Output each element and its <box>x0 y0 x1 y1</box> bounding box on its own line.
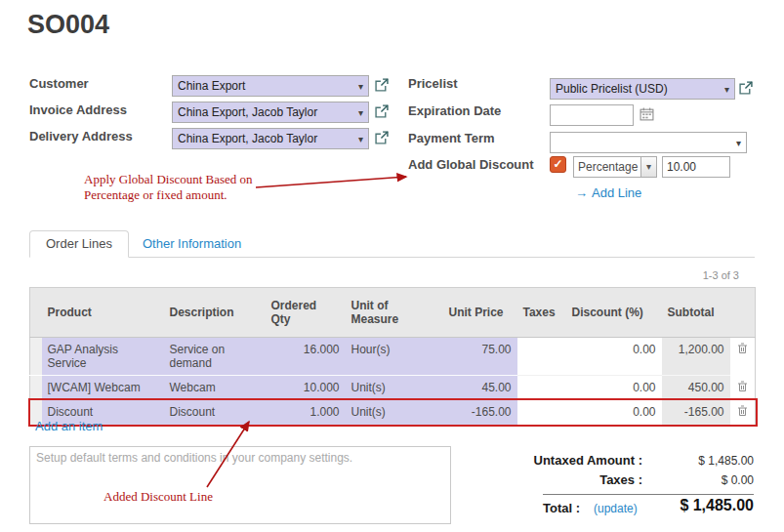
payment-term-label: Payment Term <box>408 131 555 145</box>
total-update-link[interactable]: (update) <box>594 502 638 515</box>
external-link-icon[interactable] <box>739 81 753 95</box>
chevron-down-icon: ▾ <box>640 157 656 177</box>
add-an-item-link[interactable]: Add an item <box>35 419 103 433</box>
terms-textarea[interactable]: Setup default terms and conditions in yo… <box>29 446 451 524</box>
order-lines-table: Product Description Ordered Qty Unit of … <box>29 287 756 426</box>
cell-subtotal: 450.00 <box>662 376 730 400</box>
cell-uom[interactable]: Unit(s) <box>346 400 443 426</box>
delivery-address-select-value: China Export, Jacob Taylor <box>173 132 353 145</box>
expiration-date-input[interactable] <box>550 104 634 126</box>
cell-qty[interactable]: 1.000 <box>266 400 346 426</box>
trash-icon <box>737 405 748 417</box>
cell-product[interactable]: [WCAM] Webcam <box>42 376 164 400</box>
total-label: Total : <box>543 501 580 515</box>
external-link-icon[interactable] <box>375 104 389 118</box>
chevron-down-icon: ▾ <box>353 134 368 144</box>
discount-amount-input[interactable] <box>662 156 730 178</box>
cell-description[interactable]: Webcam <box>164 376 266 400</box>
arrow-to-global-discount <box>256 177 406 187</box>
cell-taxes[interactable] <box>517 338 566 376</box>
col-unit-of-measure: Unit of Measure <box>346 288 443 338</box>
discount-type-value: Percentage <box>574 157 640 177</box>
cell-subtotal: -165.00 <box>662 400 730 426</box>
payment-term-select[interactable]: ▾ <box>550 132 747 153</box>
annotation-line: Percentage or fixed amount. <box>84 187 253 203</box>
customer-label: Customer <box>29 76 176 91</box>
customer-select[interactable]: China Export ▾ <box>172 75 369 97</box>
pricelist-select-value: Public Pricelist (USD) <box>551 82 720 96</box>
cell-discount[interactable]: 0.00 <box>566 376 662 400</box>
delete-row-button[interactable] <box>730 376 756 400</box>
cell-description[interactable]: Service on demand <box>164 338 266 376</box>
col-product: Product <box>42 288 164 338</box>
cell-product[interactable]: GAP Analysis Service <box>42 338 164 376</box>
table-row: GAP Analysis Service Service on demand 1… <box>30 338 756 376</box>
tab-other-information[interactable]: Other Information <box>129 230 255 258</box>
chevron-down-icon: ▾ <box>720 84 734 95</box>
cell-taxes[interactable] <box>517 376 566 400</box>
cell-uom[interactable]: Hour(s) <box>346 338 443 376</box>
col-discount: Discount (%) <box>566 288 662 338</box>
annotation-global-discount: Apply Global Discount Based on Percentag… <box>84 172 253 202</box>
arrow-right-icon: → <box>575 185 588 200</box>
invoice-address-label: Invoice Address <box>29 102 176 117</box>
cell-qty[interactable]: 16.000 <box>266 338 346 376</box>
row-handle[interactable] <box>30 376 42 400</box>
external-link-icon[interactable] <box>375 78 389 92</box>
cell-price[interactable]: 75.00 <box>443 338 517 376</box>
global-discount-checkbox[interactable]: ✓ <box>550 156 566 173</box>
customer-select-value: China Export <box>173 79 353 93</box>
col-ordered-qty: Ordered Qty <box>266 288 346 338</box>
tab-bar: Order Lines Other Information <box>29 230 755 258</box>
taxes-label: Taxes : <box>457 472 642 487</box>
chevron-down-icon: ▾ <box>353 107 368 118</box>
col-subtotal: Subtotal <box>662 288 730 338</box>
add-line-label: Add Line <box>592 185 641 200</box>
invoice-address-select-value: China Export, Jacob Taylor <box>173 105 353 119</box>
sales-order-page: SO004 Customer China Export ▾ Invoice Ad… <box>0 0 784 532</box>
add-line-link[interactable]: →Add Line <box>575 185 641 200</box>
total-value: $ 1,485.00 <box>648 497 754 514</box>
taxes-value: $ 0.00 <box>648 473 754 487</box>
pricelist-label: Pricelist <box>408 76 555 91</box>
row-handle-header <box>30 288 42 338</box>
cell-qty[interactable]: 10.000 <box>266 376 346 400</box>
delete-row-button[interactable] <box>730 338 756 376</box>
annotation-discount-line: Added Discount Line <box>103 489 213 505</box>
col-description: Description <box>164 288 266 338</box>
cell-discount[interactable]: 0.00 <box>566 400 662 426</box>
cell-price[interactable]: 45.00 <box>443 376 517 400</box>
col-unit-price: Unit Price <box>443 288 517 338</box>
cell-taxes[interactable] <box>517 400 566 426</box>
annotation-line: Apply Global Discount Based on <box>84 172 253 187</box>
pricelist-select[interactable]: Public Pricelist (USD) ▾ <box>550 78 735 100</box>
delete-row-button[interactable] <box>730 400 756 426</box>
delivery-address-select[interactable]: China Export, Jacob Taylor ▾ <box>172 128 369 149</box>
cell-subtotal: 1,200.00 <box>662 338 730 376</box>
cell-description[interactable]: Discount <box>164 400 266 426</box>
delivery-address-label: Delivery Address <box>29 129 176 143</box>
chevron-down-icon: ▾ <box>731 138 746 148</box>
col-delete <box>730 288 756 338</box>
row-handle[interactable] <box>30 338 42 376</box>
add-global-discount-label: Add Global Discount <box>408 157 555 172</box>
table-header-row: Product Description Ordered Qty Unit of … <box>30 288 756 338</box>
cell-price[interactable]: -165.00 <box>443 400 517 426</box>
page-title: SO004 <box>27 10 109 40</box>
trash-icon <box>737 343 748 354</box>
col-taxes: Taxes <box>517 288 566 338</box>
untaxed-amount-value: $ 1,485.00 <box>648 454 754 468</box>
check-icon: ✓ <box>553 157 562 171</box>
external-link-icon[interactable] <box>375 131 389 144</box>
table-row-discount: Discount Discount 1.000 Unit(s) -165.00 … <box>30 400 756 426</box>
table-row: [WCAM] Webcam Webcam 10.000 Unit(s) 45.0… <box>30 376 756 400</box>
untaxed-amount-label: Untaxed Amount : <box>457 453 642 468</box>
cell-discount[interactable]: 0.00 <box>566 338 662 376</box>
chevron-down-icon: ▾ <box>353 81 368 92</box>
discount-type-select[interactable]: Percentage ▾ <box>573 156 657 178</box>
tab-order-lines[interactable]: Order Lines <box>29 230 129 258</box>
cell-uom[interactable]: Unit(s) <box>346 376 443 400</box>
invoice-address-select[interactable]: China Export, Jacob Taylor ▾ <box>172 102 369 123</box>
totals-divider <box>543 494 754 495</box>
calendar-icon[interactable] <box>640 107 654 125</box>
